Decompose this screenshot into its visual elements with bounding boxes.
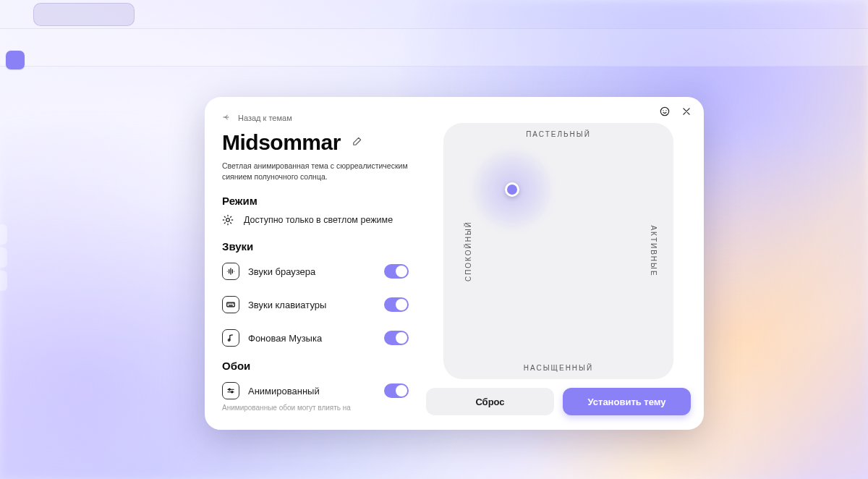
back-to-themes[interactable]: Назад к темам (222, 113, 412, 123)
axis-left: СПОКОЙНЫЙ (464, 221, 472, 281)
theme-settings-modal: Назад к темам Midsommar Светлая анимиров… (205, 97, 704, 430)
row-browser-sounds: Звуки браузера (222, 260, 412, 283)
settings-pane: Назад к темам Midsommar Светлая анимиров… (205, 97, 420, 430)
quick-action[interactable] (0, 271, 7, 291)
theme-description: Светлая анимированная тема с сюрреалисти… (222, 161, 410, 182)
wallpaper-hint: Анимированные обои могут влиять на (222, 404, 412, 412)
window-tabstrip (0, 0, 868, 29)
svg-point-5 (660, 107, 668, 115)
toggle-background-music[interactable] (384, 331, 409, 345)
back-label: Назад к темам (238, 114, 292, 122)
row-keyboard-sounds: Звуки клавиатуры (222, 293, 412, 316)
picker-pane: ПАСТЕЛЬНЫЙ НАСЫЩЕННЫЙ СПОКОЙНЫЙ АКТИВНЫЕ… (420, 97, 704, 430)
mode-note: Доступно только в светлом режиме (244, 215, 393, 225)
browser-tab[interactable] (33, 3, 135, 26)
row-label: Звуки браузера (248, 266, 315, 277)
svg-point-3 (229, 389, 230, 391)
audio-wave-icon (222, 263, 239, 280)
smiley-icon (659, 106, 671, 120)
close-icon (681, 106, 692, 119)
toggle-browser-sounds[interactable] (384, 264, 409, 279)
pencil-icon (352, 136, 362, 149)
emoji-button[interactable] (658, 106, 672, 120)
sliders-icon (222, 382, 239, 399)
svg-rect-1 (227, 302, 235, 307)
axis-right: АКТИВНЫЕ (650, 225, 658, 276)
reset-button[interactable]: Сброс (426, 388, 554, 415)
mode-row: Доступно только в светлом режиме (222, 214, 412, 226)
axis-bottom: НАСЫЩЕННЫЙ (443, 364, 673, 372)
apply-button[interactable]: Установить тему (563, 388, 691, 415)
mood-picker-pad[interactable]: ПАСТЕЛЬНЫЙ НАСЫЩЕННЫЙ СПОКОЙНЫЙ АКТИВНЫЕ (443, 123, 673, 379)
theme-title: Midsommar (222, 130, 341, 155)
close-button[interactable] (679, 106, 694, 120)
row-label: Анимированный (248, 386, 320, 397)
row-label: Фоновая Музыка (248, 333, 322, 344)
keyboard-icon (222, 296, 239, 313)
launcher-button[interactable] (6, 51, 25, 69)
svg-point-4 (231, 391, 233, 393)
picker-handle[interactable] (505, 182, 519, 197)
row-label: Звуки клавиатуры (248, 300, 326, 310)
quick-action[interactable] (0, 224, 7, 245)
svg-point-0 (226, 219, 230, 222)
edit-title-button[interactable] (349, 135, 365, 151)
music-note-icon (222, 329, 239, 347)
row-animated-wallpaper: Анимированный (222, 379, 412, 402)
row-background-music: Фоновая Музыка (222, 326, 412, 349)
toggle-animated-wallpaper[interactable] (384, 383, 409, 398)
window-navbar (0, 29, 868, 67)
quick-action[interactable] (0, 247, 7, 268)
section-wallpaper-heading: Обои (222, 360, 412, 372)
axis-top: ПАСТЕЛЬНЫЙ (443, 130, 673, 138)
toggle-keyboard-sounds[interactable] (384, 297, 409, 312)
section-mode-heading: Режим (222, 195, 412, 207)
section-sounds-heading: Звуки (222, 240, 412, 253)
sun-icon (222, 214, 234, 226)
arrow-left-icon (222, 113, 231, 123)
side-quick-actions (0, 224, 7, 291)
